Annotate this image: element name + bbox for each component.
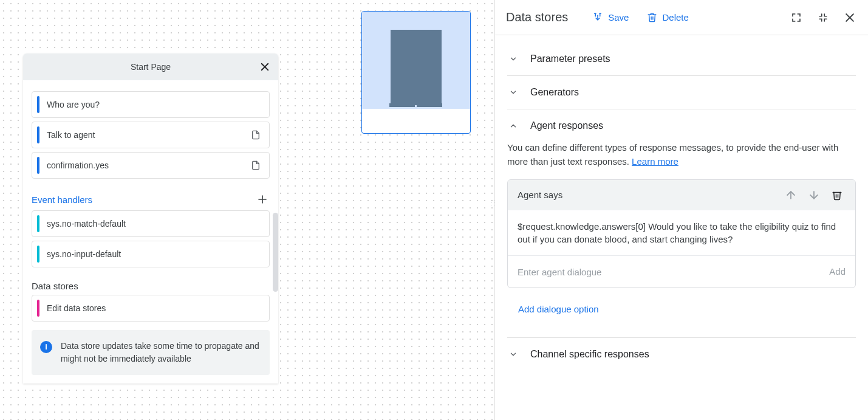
exit-fullscreen-button[interactable] bbox=[816, 10, 830, 25]
page-icon bbox=[251, 130, 261, 140]
datastore-accent-bar bbox=[37, 300, 39, 317]
arrow-up-icon bbox=[785, 189, 797, 201]
agent-dialogue-input[interactable] bbox=[518, 267, 829, 277]
chevron-down-icon bbox=[509, 350, 518, 359]
right-panel: Data stores Save Delete Parameter prese bbox=[494, 0, 868, 420]
arrow-down-icon bbox=[808, 189, 820, 201]
event-handlers-title: Event handlers bbox=[32, 195, 92, 205]
agent-responses-label: Agent responses bbox=[530, 120, 603, 131]
save-label: Save bbox=[608, 12, 629, 22]
move-up-button[interactable] bbox=[782, 187, 799, 204]
save-icon bbox=[592, 12, 603, 23]
data-stores-header: Data stores bbox=[32, 281, 270, 291]
agent-says-title: Agent says bbox=[518, 188, 776, 202]
intent-accent-bar bbox=[37, 157, 39, 174]
intent-row[interactable]: Who are you? bbox=[32, 91, 270, 118]
save-button[interactable]: Save bbox=[586, 9, 635, 27]
agent-responses-accordion[interactable]: Agent responses bbox=[507, 120, 856, 131]
chevron-down-icon bbox=[509, 55, 518, 63]
event-accent-bar bbox=[37, 246, 39, 263]
delete-response-button[interactable] bbox=[829, 187, 846, 204]
add-dialogue-option-button[interactable]: Add dialogue option bbox=[518, 303, 599, 317]
generators-label: Generators bbox=[530, 87, 579, 98]
right-panel-title: Data stores bbox=[506, 10, 568, 24]
close-icon bbox=[259, 61, 270, 72]
chevron-up-icon bbox=[509, 122, 518, 130]
info-text: Data store updates take some time to pro… bbox=[61, 340, 260, 365]
start-page-panel: Start Page Who are you?Talk to agentconf… bbox=[23, 53, 278, 384]
intent-accent-bar bbox=[37, 126, 39, 143]
agent-says-card: Agent says $request.knowledge.answers[0]… bbox=[507, 179, 856, 288]
data-store-row[interactable]: Edit data stores bbox=[32, 295, 270, 322]
event-handler-label: sys.no-match-default bbox=[47, 219, 269, 229]
add-event-handler-button[interactable] bbox=[255, 192, 270, 207]
page-icon bbox=[251, 160, 261, 170]
scrollbar-thumb[interactable] bbox=[273, 213, 278, 292]
panel-header: Start Page bbox=[23, 53, 278, 80]
parameter-presets-label: Parameter presets bbox=[530, 53, 610, 64]
fullscreen-icon bbox=[791, 12, 802, 23]
plus-icon bbox=[257, 194, 268, 205]
parameter-presets-accordion[interactable]: Parameter presets bbox=[507, 53, 856, 64]
close-button[interactable] bbox=[256, 58, 273, 75]
trash-icon bbox=[832, 190, 842, 201]
event-accent-bar bbox=[37, 215, 39, 232]
learn-more-link[interactable]: Learn more bbox=[632, 156, 678, 167]
panel-title: Start Page bbox=[131, 62, 171, 72]
info-icon: i bbox=[40, 341, 52, 353]
canvas-area[interactable]: Start Page Who are you?Talk to agentconf… bbox=[0, 0, 494, 420]
data-store-info-box: i Data store updates take some time to p… bbox=[32, 330, 270, 375]
intent-accent-bar bbox=[37, 96, 39, 113]
channel-specific-label: Channel specific responses bbox=[530, 349, 649, 360]
minimap[interactable] bbox=[361, 11, 471, 134]
move-down-button[interactable] bbox=[805, 187, 822, 204]
generators-accordion[interactable]: Generators bbox=[507, 87, 856, 98]
trash-icon bbox=[647, 12, 657, 22]
event-handler-label: sys.no-input-default bbox=[47, 249, 269, 259]
event-handlers-header: Event handlers bbox=[32, 192, 270, 207]
delete-label: Delete bbox=[662, 12, 688, 22]
event-handler-row[interactable]: sys.no-match-default bbox=[32, 210, 270, 237]
close-panel-button[interactable] bbox=[842, 10, 857, 25]
delete-button[interactable]: Delete bbox=[641, 9, 694, 26]
add-dialogue-button[interactable]: Add bbox=[829, 265, 846, 279]
intent-row[interactable]: confirmation.yes bbox=[32, 152, 270, 179]
data-store-label: Edit data stores bbox=[47, 303, 269, 313]
channel-specific-accordion[interactable]: Channel specific responses bbox=[507, 349, 856, 360]
right-panel-header: Data stores Save Delete bbox=[495, 0, 868, 35]
exit-fullscreen-icon bbox=[818, 12, 829, 23]
close-icon bbox=[844, 12, 856, 24]
intent-label: Talk to agent bbox=[47, 130, 251, 140]
event-handler-row[interactable]: sys.no-input-default bbox=[32, 241, 270, 267]
agent-says-text[interactable]: $request.knowledge.answers[0] Would you … bbox=[508, 210, 855, 256]
fullscreen-button[interactable] bbox=[789, 10, 804, 25]
intent-label: Who are you? bbox=[47, 100, 269, 109]
intent-row[interactable]: Talk to agent bbox=[32, 122, 270, 148]
chevron-down-icon bbox=[509, 88, 518, 97]
data-stores-title: Data stores bbox=[32, 281, 78, 291]
intent-label: confirmation.yes bbox=[47, 160, 251, 170]
